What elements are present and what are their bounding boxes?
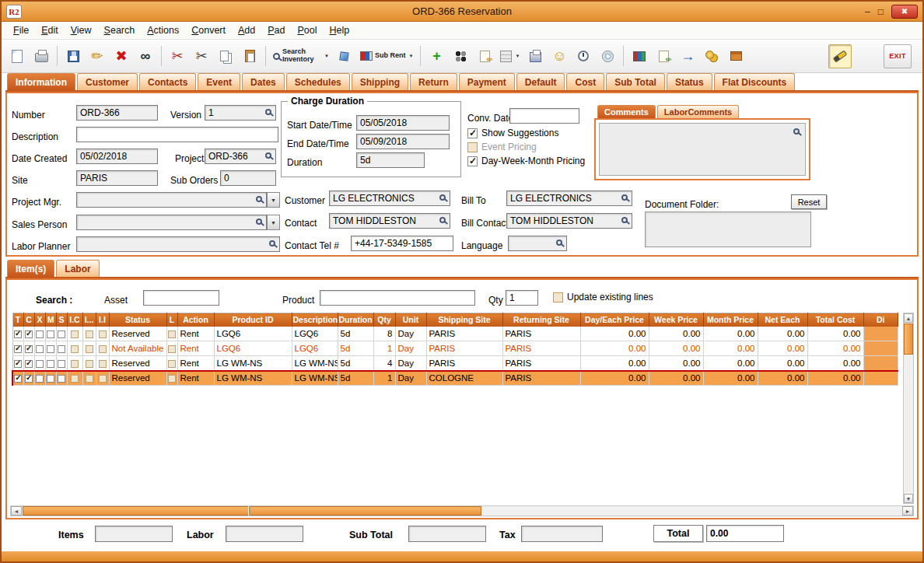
product-input[interactable]: [320, 290, 475, 306]
l-flag-cell[interactable]: [166, 356, 177, 371]
search-icon[interactable]: [265, 109, 271, 115]
checkbox-icon[interactable]: [467, 156, 478, 166]
search-inventory-button[interactable]: Search Inventory▼: [270, 44, 332, 68]
search-icon[interactable]: [439, 217, 446, 223]
tab-cost[interactable]: Cost: [566, 73, 604, 90]
sub-rent-button[interactable]: Sub Rent▼: [357, 44, 416, 68]
dropdown-arrow-icon[interactable]: ▼: [408, 54, 413, 58]
column-header[interactable]: Shipping Site: [426, 313, 502, 327]
sub-orders-field[interactable]: 0: [220, 170, 276, 186]
checkbox-icon[interactable]: [467, 142, 478, 152]
start-date-field[interactable]: 05/05/2018: [356, 115, 450, 131]
catalog-button[interactable]: [628, 44, 651, 68]
conv-date-field[interactable]: [509, 108, 579, 124]
tab-flat-discounts[interactable]: Flat Discounts: [714, 73, 796, 90]
edit-note-button[interactable]: [473, 44, 496, 68]
tab-shipping[interactable]: Shipping: [352, 73, 408, 90]
tab-return[interactable]: Return: [410, 73, 457, 90]
new-document-button[interactable]: [5, 44, 29, 68]
transfer-button[interactable]: →: [676, 44, 699, 68]
row-flag-cell[interactable]: [96, 327, 109, 341]
duration-field[interactable]: 5d: [356, 152, 425, 168]
scroll-right-arrow-icon[interactable]: ►: [902, 506, 913, 516]
search-icon[interactable]: [621, 194, 628, 201]
column-header[interactable]: I.C: [67, 313, 82, 327]
l-flag-cell[interactable]: [166, 371, 177, 386]
customer-field[interactable]: LG ELECTRONICS: [329, 191, 450, 206]
disc-button[interactable]: [596, 44, 619, 68]
row-flag-cell[interactable]: [82, 371, 96, 386]
row-flag-cell[interactable]: [56, 341, 67, 356]
column-header[interactable]: Product ID: [214, 313, 292, 327]
row-flag-cell[interactable]: [96, 371, 109, 386]
tab-dates[interactable]: Dates: [242, 73, 285, 90]
horizontal-scrollbar-thumb[interactable]: [23, 506, 481, 516]
project-field[interactable]: ORD-366: [205, 149, 276, 164]
find-button[interactable]: ∞: [134, 44, 157, 68]
row-flag-cell[interactable]: [56, 356, 67, 371]
row-flag-cell[interactable]: [34, 341, 45, 356]
column-header[interactable]: S: [56, 313, 67, 327]
paste-button[interactable]: [238, 44, 261, 68]
menu-item-convert[interactable]: Convert: [186, 23, 231, 37]
comments-textarea[interactable]: [599, 123, 806, 176]
vertical-scrollbar-thumb[interactable]: [904, 323, 913, 355]
number-field[interactable]: ORD-366: [76, 105, 158, 121]
row-flag-cell[interactable]: [67, 356, 82, 371]
horizontal-scrollbar[interactable]: ◄ ►: [10, 505, 914, 516]
column-header[interactable]: Duration: [338, 313, 373, 327]
column-header[interactable]: Di: [863, 313, 898, 327]
search-icon[interactable]: [621, 217, 628, 223]
column-header[interactable]: Month Price: [703, 313, 758, 327]
contact-tel-field[interactable]: +44-17-5349-1585: [351, 236, 453, 251]
project-mgr-field[interactable]: [76, 192, 267, 208]
sales-person-dropdown-button[interactable]: ▼: [267, 215, 280, 230]
column-header[interactable]: Total Cost: [807, 313, 863, 327]
search-icon[interactable]: [265, 152, 271, 159]
items-tab-item-s-[interactable]: Item(s): [7, 260, 54, 277]
column-header[interactable]: T: [12, 313, 23, 327]
minimize-button[interactable]: –: [865, 7, 870, 16]
pad-button[interactable]: ▼: [497, 44, 523, 68]
column-header[interactable]: L: [166, 313, 177, 327]
bill-contact-field[interactable]: TOM HIDDLESTON: [506, 213, 632, 229]
search-icon[interactable]: [256, 196, 262, 202]
menu-item-edit[interactable]: Edit: [36, 23, 64, 37]
shapes-button[interactable]: [333, 44, 356, 68]
row-flag-cell[interactable]: [12, 341, 23, 356]
version-field[interactable]: 1: [205, 105, 276, 121]
dropdown-arrow-icon[interactable]: ▼: [324, 54, 329, 58]
dropdown-arrow-icon[interactable]: ▼: [515, 54, 520, 58]
column-header[interactable]: X: [34, 313, 45, 327]
tab-schedules[interactable]: Schedules: [286, 73, 350, 90]
labor-planner-field[interactable]: [76, 236, 280, 252]
package-button[interactable]: [724, 44, 747, 68]
show-suggestions-option[interactable]: Show Suggestions: [467, 128, 558, 138]
row-flag-cell[interactable]: [67, 327, 82, 341]
column-header[interactable]: Unit: [395, 313, 426, 327]
column-header[interactable]: Day/Each Price: [580, 313, 649, 327]
row-flag-cell[interactable]: [45, 356, 56, 371]
menu-item-add[interactable]: Add: [233, 23, 261, 37]
search-icon[interactable]: [256, 219, 262, 225]
search-icon[interactable]: [269, 240, 275, 247]
end-date-field[interactable]: 05/09/2018: [356, 134, 450, 149]
item-row[interactable]: ReservedRentLG WM-NSLG WM-NS5d4DayPARISP…: [12, 356, 898, 371]
asset-input[interactable]: [143, 290, 219, 306]
row-flag-cell[interactable]: [56, 371, 67, 386]
menu-item-pad[interactable]: Pad: [262, 23, 290, 37]
exit-button[interactable]: EXIT: [884, 44, 912, 68]
cut-special-button[interactable]: ✂: [166, 44, 189, 68]
language-field[interactable]: [508, 236, 567, 251]
column-header[interactable]: I.I: [96, 313, 109, 327]
menu-item-actions[interactable]: Actions: [142, 23, 184, 37]
row-flag-cell[interactable]: [34, 327, 45, 341]
tab-event[interactable]: Event: [198, 73, 240, 90]
row-flag-cell[interactable]: [45, 327, 56, 341]
column-header[interactable]: M: [45, 313, 56, 327]
row-flag-cell[interactable]: [56, 327, 67, 341]
print-button[interactable]: [30, 44, 53, 68]
contact-field[interactable]: TOM HIDDLESTON: [329, 213, 450, 229]
column-header[interactable]: Qty: [373, 313, 395, 327]
vertical-scrollbar[interactable]: ▲ ▼: [903, 313, 914, 504]
